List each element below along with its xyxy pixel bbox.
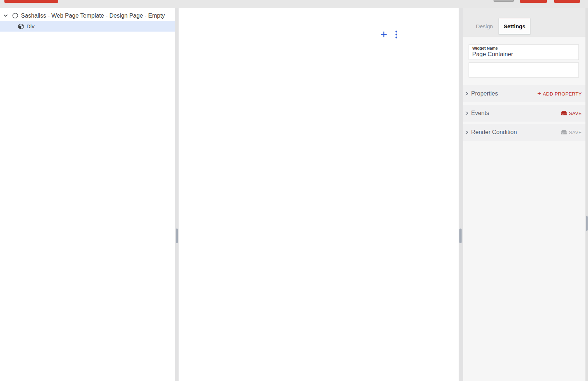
section-properties[interactable]: Properties + ADD PROPERTY: [463, 85, 585, 102]
design-canvas[interactable]: [179, 8, 459, 381]
save-events-button[interactable]: SAVE: [561, 111, 582, 116]
widget-name-input[interactable]: [472, 51, 576, 58]
toolbar-button-action-1[interactable]: [520, 0, 547, 3]
more-options-button[interactable]: [391, 29, 401, 40]
tree-root-label: Sashaliss - Web Page Template - Design P…: [21, 12, 165, 19]
section-render-condition-label: Render Condition: [471, 129, 517, 136]
panel-scrollbar-thumb[interactable]: [586, 216, 588, 231]
canvas-toolbar: [379, 29, 401, 40]
widget-description-field[interactable]: [469, 63, 578, 77]
toolbar-button-action-2[interactable]: [554, 0, 580, 3]
chevron-right-icon: [465, 130, 469, 134]
page-circle-icon: [12, 12, 18, 19]
left-splitter-handle[interactable]: [176, 229, 178, 243]
widget-description-group: [469, 62, 579, 78]
save-icon: [561, 130, 567, 135]
section-events[interactable]: Events SAVE: [463, 105, 585, 122]
plus-icon: [381, 31, 387, 39]
kebab-vertical-icon: [395, 30, 398, 40]
div-cube-icon: [18, 23, 24, 29]
add-property-button[interactable]: + ADD PROPERTY: [537, 91, 582, 97]
save-icon: [561, 111, 567, 116]
right-splitter-handle[interactable]: [459, 229, 462, 243]
save-events-label: SAVE: [569, 111, 582, 116]
widget-name-group: Widget Name: [469, 44, 579, 60]
plus-icon: +: [537, 91, 541, 96]
add-property-label: ADD PROPERTY: [543, 91, 582, 97]
chevron-right-icon: [465, 91, 469, 96]
page-designer-screen: Sashaliss - Web Page Template - Design P…: [0, 0, 588, 381]
section-properties-label: Properties: [471, 90, 498, 97]
chevron-down-icon[interactable]: [3, 13, 8, 18]
widget-tree-panel: Sashaliss - Web Page Template - Design P…: [0, 8, 175, 381]
chevron-right-icon: [465, 111, 469, 115]
tree-row-page-root[interactable]: Sashaliss - Web Page Template - Design P…: [0, 10, 175, 21]
top-toolbar: [0, 0, 588, 8]
save-render-condition-label: SAVE: [569, 130, 582, 135]
inspector-panel: Design Settings Widget Name Properties +…: [463, 8, 585, 381]
tab-settings[interactable]: Settings: [499, 18, 530, 34]
settings-content: Widget Name Properties + ADD PROPERTY: [463, 37, 585, 381]
save-render-condition-button[interactable]: SAVE: [561, 130, 582, 135]
add-widget-button[interactable]: [379, 29, 388, 40]
tree-div-label: Div: [26, 23, 35, 29]
tree-row-div[interactable]: Div: [0, 21, 175, 32]
right-splitter[interactable]: [459, 8, 463, 381]
inspector-tab-bar: Design Settings: [463, 8, 585, 37]
section-render-condition[interactable]: Render Condition SAVE: [463, 124, 585, 141]
tab-design[interactable]: Design: [470, 18, 499, 34]
toolbar-button-primary-left[interactable]: [4, 0, 58, 3]
left-splitter[interactable]: [175, 8, 179, 381]
panel-scrollbar[interactable]: [585, 8, 588, 381]
section-events-label: Events: [471, 110, 489, 116]
toolbar-button-secondary[interactable]: [494, 0, 514, 2]
widget-name-label: Widget Name: [472, 46, 576, 51]
